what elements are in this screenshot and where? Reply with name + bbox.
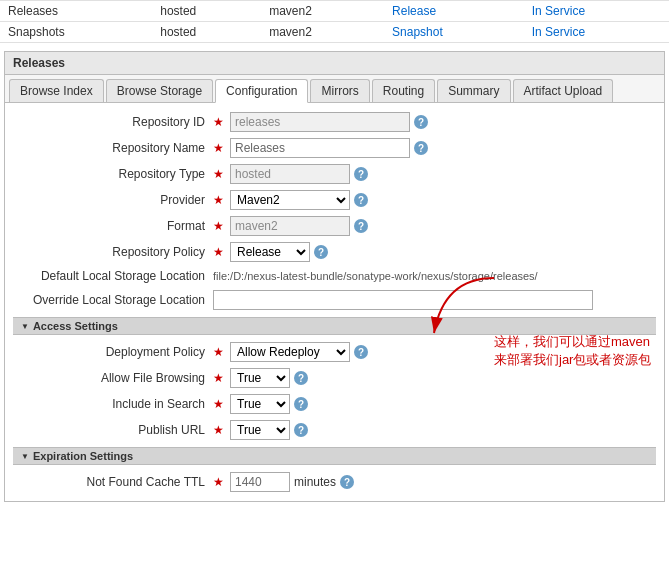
repository-name-row: Repository Name ★ ? xyxy=(13,135,656,161)
provider-label: Provider xyxy=(13,193,213,207)
required-star: ★ xyxy=(213,423,224,437)
default-storage-control: file:/D:/nexus-latest-bundle/sonatype-wo… xyxy=(213,270,538,282)
override-storage-control xyxy=(213,290,593,310)
repository-type-input[interactable] xyxy=(230,164,350,184)
tab-configuration[interactable]: Configuration xyxy=(215,79,308,103)
deployment-policy-label: Deployment Policy xyxy=(13,345,213,359)
required-star: ★ xyxy=(213,167,224,181)
name-cell: Releases xyxy=(0,1,152,22)
format-input[interactable] xyxy=(230,216,350,236)
allow-file-browsing-help-icon[interactable]: ? xyxy=(294,371,308,385)
publish-url-help-icon[interactable]: ? xyxy=(294,423,308,437)
required-star: ★ xyxy=(213,219,224,233)
type-cell: hosted xyxy=(152,22,261,43)
repository-policy-row: Repository Policy ★ Release Snapshot ? xyxy=(13,239,656,265)
publish-url-row: Publish URL ★ True False ? xyxy=(13,417,656,443)
override-storage-input[interactable] xyxy=(213,290,593,310)
repository-type-row: Repository Type ★ ? xyxy=(13,161,656,187)
format-label: Format xyxy=(13,219,213,233)
provider-help-icon[interactable]: ? xyxy=(354,193,368,207)
provider-control: ★ Maven2 ? xyxy=(213,190,368,210)
panel-title: Releases xyxy=(5,52,664,75)
publish-url-label: Publish URL xyxy=(13,423,213,437)
include-search-label: Include in Search xyxy=(13,397,213,411)
required-star: ★ xyxy=(213,475,224,489)
format-help-icon[interactable]: ? xyxy=(354,219,368,233)
not-found-cache-ttl-control: ★ minutes ? xyxy=(213,472,354,492)
required-star: ★ xyxy=(213,397,224,411)
allow-file-browsing-control: ★ True False ? xyxy=(213,368,308,388)
tab-summary[interactable]: Summary xyxy=(437,79,510,102)
status-cell: In Service xyxy=(524,22,669,43)
repository-name-help-icon[interactable]: ? xyxy=(414,141,428,155)
format-control: ★ ? xyxy=(213,216,368,236)
required-star: ★ xyxy=(213,193,224,207)
repository-policy-select[interactable]: Release Snapshot xyxy=(230,242,310,262)
expiration-settings-label: Expiration Settings xyxy=(33,450,133,462)
tab-routing[interactable]: Routing xyxy=(372,79,435,102)
repository-policy-control: ★ Release Snapshot ? xyxy=(213,242,328,262)
repository-id-input[interactable] xyxy=(230,112,410,132)
include-search-row: Include in Search ★ True False ? xyxy=(13,391,656,417)
repository-name-input[interactable] xyxy=(230,138,410,158)
allow-file-browsing-select[interactable]: True False xyxy=(230,368,290,388)
repository-name-control: ★ ? xyxy=(213,138,428,158)
default-storage-row: Default Local Storage Location file:/D:/… xyxy=(13,265,656,287)
repository-name-label: Repository Name xyxy=(13,141,213,155)
not-found-cache-ttl-help-icon[interactable]: ? xyxy=(340,475,354,489)
collapse-triangle-icon[interactable]: ▼ xyxy=(21,322,29,331)
tab-bar: Browse IndexBrowse StorageConfigurationM… xyxy=(5,75,664,103)
tab-mirrors[interactable]: Mirrors xyxy=(310,79,369,102)
provider-select[interactable]: Maven2 xyxy=(230,190,350,210)
type-cell: hosted xyxy=(152,1,261,22)
releases-panel: Releases Browse IndexBrowse StorageConfi… xyxy=(4,51,665,502)
policy-cell: Release xyxy=(384,1,524,22)
default-storage-label: Default Local Storage Location xyxy=(13,269,213,283)
minutes-label: minutes xyxy=(294,475,336,489)
repository-id-row: Repository ID ★ ? xyxy=(13,109,656,135)
repository-id-help-icon[interactable]: ? xyxy=(414,115,428,129)
table-row: Releaseshostedmaven2ReleaseIn Service xyxy=(0,1,669,22)
format-cell: maven2 xyxy=(261,1,384,22)
format-row: Format ★ ? xyxy=(13,213,656,239)
provider-row: Provider ★ Maven2 ? xyxy=(13,187,656,213)
deployment-policy-row: Deployment Policy ★ Allow Redeploy Disab… xyxy=(13,339,656,365)
required-star: ★ xyxy=(213,345,224,359)
include-search-control: ★ True False ? xyxy=(213,394,308,414)
format-cell: maven2 xyxy=(261,22,384,43)
tab-browse-index[interactable]: Browse Index xyxy=(9,79,104,102)
repository-policy-help-icon[interactable]: ? xyxy=(314,245,328,259)
override-storage-label: Override Local Storage Location xyxy=(13,293,213,307)
configuration-form: Repository ID ★ ? Repository Name ★ ? Re… xyxy=(5,103,664,501)
publish-url-control: ★ True False ? xyxy=(213,420,308,440)
repository-id-label: Repository ID xyxy=(13,115,213,129)
override-storage-row: Override Local Storage Location xyxy=(13,287,656,313)
tab-browse-storage[interactable]: Browse Storage xyxy=(106,79,213,102)
deployment-policy-select[interactable]: Allow Redeploy Disable Redeploy Read Onl… xyxy=(230,342,350,362)
status-cell: In Service xyxy=(524,1,669,22)
tab-artifact-upload[interactable]: Artifact Upload xyxy=(513,79,614,102)
repository-type-label: Repository Type xyxy=(13,167,213,181)
include-search-select[interactable]: True False xyxy=(230,394,290,414)
deployment-policy-help-icon[interactable]: ? xyxy=(354,345,368,359)
collapse-expiration-triangle-icon[interactable]: ▼ xyxy=(21,452,29,461)
repository-type-control: ★ ? xyxy=(213,164,368,184)
required-star: ★ xyxy=(213,371,224,385)
required-star: ★ xyxy=(213,115,224,129)
default-storage-path: file:/D:/nexus-latest-bundle/sonatype-wo… xyxy=(213,270,538,282)
repository-table: Releaseshostedmaven2ReleaseIn ServiceSna… xyxy=(0,0,669,43)
repository-policy-label: Repository Policy xyxy=(13,245,213,259)
policy-cell: Snapshot xyxy=(384,22,524,43)
allow-file-browsing-row: Allow File Browsing ★ True False ? xyxy=(13,365,656,391)
required-star: ★ xyxy=(213,245,224,259)
access-settings-label: Access Settings xyxy=(33,320,118,332)
name-cell: Snapshots xyxy=(0,22,152,43)
access-settings-divider: ▼ Access Settings xyxy=(13,317,656,335)
repository-type-help-icon[interactable]: ? xyxy=(354,167,368,181)
required-star: ★ xyxy=(213,141,224,155)
not-found-cache-ttl-input[interactable] xyxy=(230,472,290,492)
deployment-policy-control: ★ Allow Redeploy Disable Redeploy Read O… xyxy=(213,342,368,362)
include-search-help-icon[interactable]: ? xyxy=(294,397,308,411)
not-found-cache-ttl-row: Not Found Cache TTL ★ minutes ? xyxy=(13,469,656,495)
publish-url-select[interactable]: True False xyxy=(230,420,290,440)
